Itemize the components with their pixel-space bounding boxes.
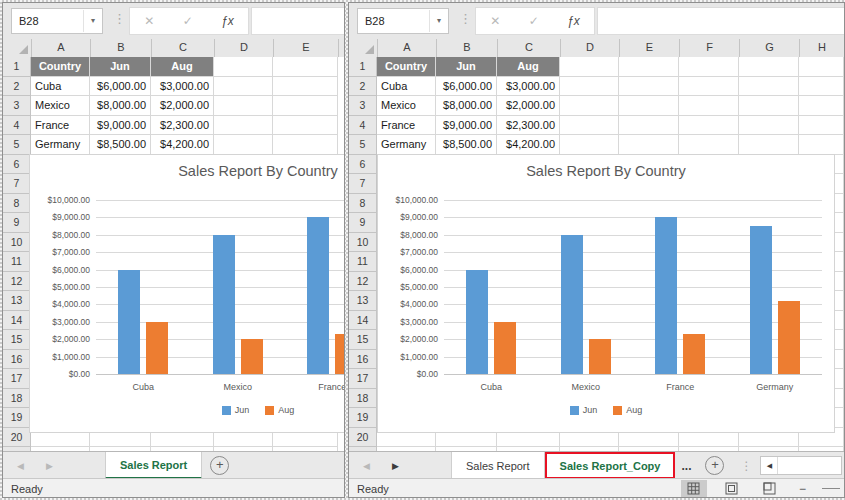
cancel-icon[interactable]: ✕ [490, 14, 500, 28]
cell-A2[interactable]: Cuba [31, 77, 90, 97]
enter-icon[interactable]: ✓ [529, 14, 539, 28]
column-header-C[interactable]: C [152, 39, 215, 57]
cell-F2[interactable] [679, 77, 739, 97]
cell-C2[interactable]: $3,000.00 [497, 77, 560, 97]
column-header-B[interactable]: B [437, 39, 498, 57]
cell-G4[interactable] [739, 116, 799, 136]
row-header-11[interactable]: 11 [349, 252, 377, 272]
row-header-10[interactable]: 10 [3, 233, 31, 253]
row-header-7[interactable]: 7 [3, 174, 31, 194]
column-header-C[interactable]: C [498, 39, 561, 57]
cell-C3[interactable]: $2,000.00 [497, 96, 560, 116]
row-header-1[interactable]: 1 [349, 57, 377, 77]
cell-G3[interactable] [739, 96, 799, 116]
cell-A4[interactable]: France [31, 116, 90, 136]
column-header-A[interactable]: A [378, 39, 437, 57]
row-header-19[interactable]: 19 [3, 408, 31, 428]
row-header-9[interactable]: 9 [349, 213, 377, 233]
cell-H5[interactable] [799, 135, 844, 155]
name-box[interactable]: B28 ▾ [11, 8, 103, 34]
cell-G5[interactable] [739, 135, 799, 155]
row-header-12[interactable]: 12 [3, 272, 31, 292]
cell-B2[interactable]: $6,000.00 [436, 77, 497, 97]
sheet-tab-sales-report[interactable]: Sales Report [451, 452, 545, 479]
zoom-slider[interactable] [822, 488, 840, 489]
row-header-2[interactable]: 2 [3, 77, 31, 97]
cell-B3[interactable]: $8,000.00 [90, 96, 151, 116]
cell-F3[interactable] [679, 96, 739, 116]
row-header-5[interactable]: 5 [349, 135, 377, 155]
cell-H3[interactable] [799, 96, 844, 116]
row-header-18[interactable]: 18 [349, 389, 377, 409]
cell-A5[interactable]: Germany [31, 135, 90, 155]
cell-E5[interactable] [273, 135, 338, 155]
select-all-corner[interactable] [3, 39, 32, 57]
cell-B4[interactable]: $9,000.00 [436, 116, 497, 136]
row-header-20[interactable]: 20 [3, 428, 31, 448]
column-header-D[interactable]: D [561, 39, 620, 57]
name-box[interactable]: B28 ▾ [357, 8, 449, 34]
row-header-8[interactable]: 8 [3, 194, 31, 214]
cell-E3[interactable] [619, 96, 679, 116]
row-header-4[interactable]: 4 [349, 116, 377, 136]
cell-A2[interactable]: Cuba [377, 77, 436, 97]
cell-F5[interactable] [679, 135, 739, 155]
row-header-19[interactable]: 19 [349, 408, 377, 428]
row-header-2[interactable]: 2 [349, 77, 377, 97]
sales-chart[interactable]: Sales Report By Country$0.00$1,000.00$2,… [377, 154, 835, 433]
cell-B5[interactable]: $8,500.00 [436, 135, 497, 155]
cell-E4[interactable] [619, 116, 679, 136]
cell-A1[interactable]: Country [31, 57, 90, 77]
horizontal-scrollbar[interactable]: ◀ [760, 456, 842, 475]
zoom-out-icon[interactable]: − [795, 482, 810, 496]
cell-C5[interactable]: $4,200.00 [497, 135, 560, 155]
cancel-icon[interactable]: ✕ [144, 14, 154, 28]
tab-nav-right-icon[interactable]: ▶ [46, 461, 53, 471]
insert-function-icon[interactable]: ƒx [221, 14, 234, 28]
cell-E1[interactable] [273, 57, 338, 77]
row-header-5[interactable]: 5 [3, 135, 31, 155]
row-header-11[interactable]: 11 [3, 252, 31, 272]
cell-D2[interactable] [214, 77, 273, 97]
cell-D1[interactable] [560, 57, 619, 77]
row-header-13[interactable]: 13 [349, 291, 377, 311]
cell-B1[interactable]: Jun [436, 57, 497, 77]
add-sheet-button[interactable]: + [202, 452, 237, 479]
row-header-7[interactable]: 7 [349, 174, 377, 194]
row-header-16[interactable]: 16 [3, 350, 31, 370]
cell-D2[interactable] [560, 77, 619, 97]
cell-A4[interactable]: France [377, 116, 436, 136]
name-box-dropdown-icon[interactable]: ▾ [83, 10, 102, 32]
cell-C1[interactable]: Aug [497, 57, 560, 77]
row-header-17[interactable]: 17 [3, 369, 31, 389]
row-header-12[interactable]: 12 [349, 272, 377, 292]
row-header-1[interactable]: 1 [3, 57, 31, 77]
enter-icon[interactable]: ✓ [183, 14, 193, 28]
cell-C5[interactable]: $4,200.00 [151, 135, 214, 155]
cell-H1[interactable] [799, 57, 844, 77]
row-header-18[interactable]: 18 [3, 389, 31, 409]
cell-E2[interactable] [273, 77, 338, 97]
tab-nav-left-icon[interactable]: ◀ [363, 461, 370, 471]
cell-A5[interactable]: Germany [377, 135, 436, 155]
cell-B3[interactable]: $8,000.00 [436, 96, 497, 116]
cell-C1[interactable]: Aug [151, 57, 214, 77]
column-header-G[interactable]: G [740, 39, 800, 57]
column-header-E[interactable]: E [274, 39, 339, 57]
formula-bar-input[interactable] [251, 7, 344, 35]
column-header-F[interactable]: F [680, 39, 740, 57]
cell-D5[interactable] [214, 135, 273, 155]
cell-A1[interactable]: Country [377, 57, 436, 77]
name-box-dropdown-icon[interactable]: ▾ [429, 10, 448, 32]
row-header-6[interactable]: 6 [349, 155, 377, 175]
column-header-B[interactable]: B [91, 39, 152, 57]
column-header-H[interactable]: H [800, 39, 845, 57]
cell-E4[interactable] [273, 116, 338, 136]
column-header-D[interactable]: D [215, 39, 274, 57]
add-sheet-button[interactable]: + [697, 452, 732, 479]
row-header-20[interactable]: 20 [349, 428, 377, 448]
cell-F1[interactable] [679, 57, 739, 77]
row-header-9[interactable]: 9 [3, 213, 31, 233]
insert-function-icon[interactable]: ƒx [567, 14, 580, 28]
row-header-15[interactable]: 15 [3, 330, 31, 350]
